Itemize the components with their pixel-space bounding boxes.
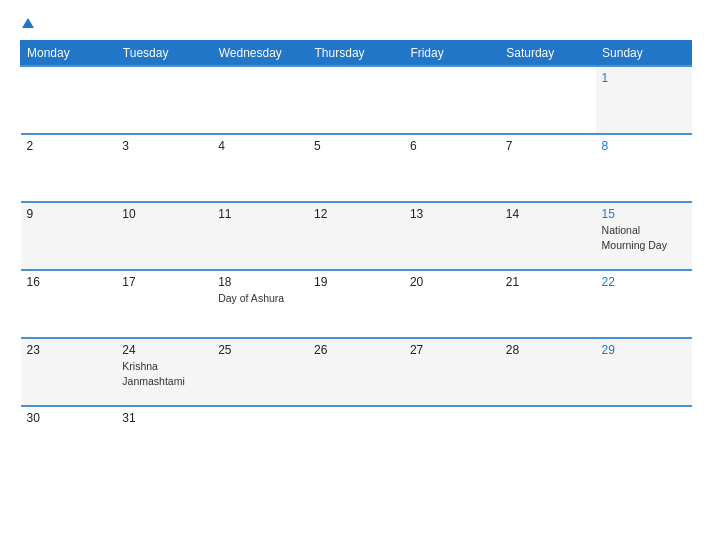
day-number: 12	[314, 207, 398, 221]
day-number: 24	[122, 343, 206, 357]
event-label: Day of Ashura	[218, 292, 284, 304]
calendar-cell	[500, 66, 596, 134]
calendar-cell: 17	[116, 270, 212, 338]
calendar-cell: 31	[116, 406, 212, 474]
calendar-cell: 28	[500, 338, 596, 406]
calendar-cell: 30	[21, 406, 117, 474]
day-number: 23	[27, 343, 111, 357]
weekday-header-monday: Monday	[21, 41, 117, 67]
weekday-header-sunday: Sunday	[596, 41, 692, 67]
week-row-2: 2345678	[21, 134, 692, 202]
day-number: 29	[602, 343, 686, 357]
calendar-cell: 25	[212, 338, 308, 406]
day-number: 17	[122, 275, 206, 289]
day-number: 25	[218, 343, 302, 357]
day-number: 19	[314, 275, 398, 289]
calendar-cell: 21	[500, 270, 596, 338]
calendar-cell: 5	[308, 134, 404, 202]
day-number: 26	[314, 343, 398, 357]
calendar-cell: 4	[212, 134, 308, 202]
day-number: 28	[506, 343, 590, 357]
calendar-cell: 8	[596, 134, 692, 202]
logo	[20, 18, 34, 28]
calendar-cell: 13	[404, 202, 500, 270]
calendar-cell: 15National Mourning Day	[596, 202, 692, 270]
calendar-cell: 10	[116, 202, 212, 270]
calendar-cell: 19	[308, 270, 404, 338]
week-row-1: 1	[21, 66, 692, 134]
calendar-cell: 3	[116, 134, 212, 202]
day-number: 2	[27, 139, 111, 153]
day-number: 4	[218, 139, 302, 153]
calendar-cell: 27	[404, 338, 500, 406]
event-label: National Mourning Day	[602, 224, 667, 251]
calendar-cell	[500, 406, 596, 474]
calendar-cell: 29	[596, 338, 692, 406]
day-number: 15	[602, 207, 686, 221]
week-row-4: 161718Day of Ashura19202122	[21, 270, 692, 338]
day-number: 22	[602, 275, 686, 289]
calendar-container: MondayTuesdayWednesdayThursdayFridaySatu…	[0, 0, 712, 550]
weekday-header-row: MondayTuesdayWednesdayThursdayFridaySatu…	[21, 41, 692, 67]
week-row-3: 9101112131415National Mourning Day	[21, 202, 692, 270]
calendar-cell: 2	[21, 134, 117, 202]
day-number: 6	[410, 139, 494, 153]
calendar-cell: 11	[212, 202, 308, 270]
calendar-cell	[404, 406, 500, 474]
calendar-cell: 22	[596, 270, 692, 338]
calendar-table: MondayTuesdayWednesdayThursdayFridaySatu…	[20, 40, 692, 474]
calendar-cell: 1	[596, 66, 692, 134]
day-number: 30	[27, 411, 111, 425]
day-number: 11	[218, 207, 302, 221]
day-number: 14	[506, 207, 590, 221]
weekday-header-saturday: Saturday	[500, 41, 596, 67]
week-row-6: 3031	[21, 406, 692, 474]
calendar-cell: 23	[21, 338, 117, 406]
calendar-cell: 16	[21, 270, 117, 338]
calendar-cell: 18Day of Ashura	[212, 270, 308, 338]
day-number: 21	[506, 275, 590, 289]
weekday-header-tuesday: Tuesday	[116, 41, 212, 67]
calendar-cell: 12	[308, 202, 404, 270]
day-number: 10	[122, 207, 206, 221]
header	[20, 18, 692, 28]
weekday-header-wednesday: Wednesday	[212, 41, 308, 67]
day-number: 18	[218, 275, 302, 289]
day-number: 13	[410, 207, 494, 221]
day-number: 7	[506, 139, 590, 153]
calendar-cell	[212, 66, 308, 134]
calendar-cell	[596, 406, 692, 474]
day-number: 20	[410, 275, 494, 289]
calendar-cell: 14	[500, 202, 596, 270]
day-number: 27	[410, 343, 494, 357]
day-number: 8	[602, 139, 686, 153]
calendar-cell: 24Krishna Janmashtami	[116, 338, 212, 406]
day-number: 3	[122, 139, 206, 153]
calendar-cell	[308, 66, 404, 134]
calendar-cell: 7	[500, 134, 596, 202]
day-number: 1	[602, 71, 686, 85]
calendar-cell	[404, 66, 500, 134]
week-row-5: 2324Krishna Janmashtami2526272829	[21, 338, 692, 406]
day-number: 31	[122, 411, 206, 425]
calendar-cell: 9	[21, 202, 117, 270]
weekday-header-thursday: Thursday	[308, 41, 404, 67]
logo-triangle-icon	[22, 18, 34, 28]
calendar-cell: 6	[404, 134, 500, 202]
day-number: 16	[27, 275, 111, 289]
day-number: 9	[27, 207, 111, 221]
calendar-cell	[308, 406, 404, 474]
calendar-cell	[116, 66, 212, 134]
weekday-header-friday: Friday	[404, 41, 500, 67]
calendar-cell: 26	[308, 338, 404, 406]
event-label: Krishna Janmashtami	[122, 360, 184, 387]
calendar-cell	[212, 406, 308, 474]
calendar-cell: 20	[404, 270, 500, 338]
calendar-cell	[21, 66, 117, 134]
day-number: 5	[314, 139, 398, 153]
